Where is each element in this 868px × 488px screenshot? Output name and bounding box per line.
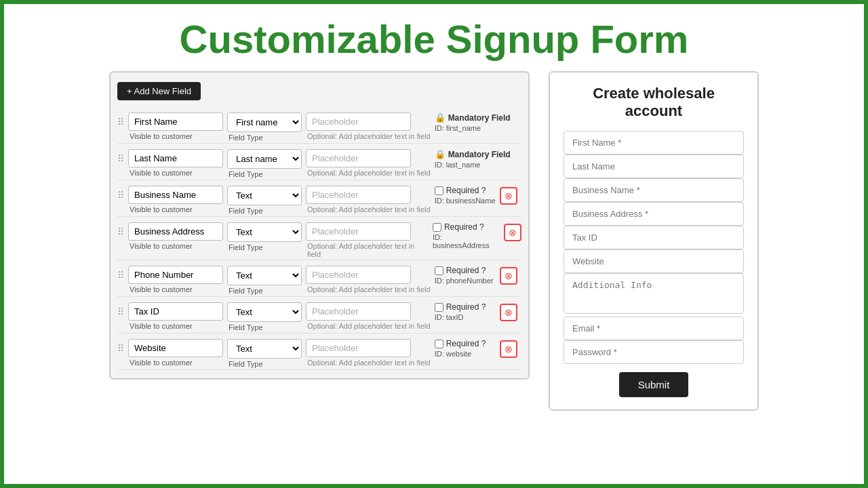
- field-name-input[interactable]: [128, 149, 223, 167]
- field-type-select[interactable]: Text: [227, 339, 302, 359]
- delete-field-button[interactable]: ⊗: [500, 340, 517, 358]
- field-name-input[interactable]: [128, 186, 223, 204]
- field-name-col: Visible to customer: [128, 222, 223, 250]
- delete-field-button[interactable]: ⊗: [504, 224, 521, 241]
- drag-handle-icon[interactable]: ⠿: [117, 113, 124, 127]
- placeholder-col: Optional: Add placeholder text in field: [306, 222, 429, 258]
- field-type-select[interactable]: Text: [227, 222, 302, 242]
- delete-field-button[interactable]: ⊗: [500, 267, 517, 285]
- field-type-label: Field Type: [229, 134, 302, 142]
- field-row: ⠿Visible to customerLast nameField TypeO…: [117, 145, 521, 180]
- required-col: Required ?ID: businessName: [435, 186, 496, 205]
- field-name-input[interactable]: [128, 339, 223, 357]
- field-type-label: Field Type: [229, 243, 302, 251]
- required-checkbox[interactable]: [435, 340, 443, 348]
- required-label: Required ?: [446, 186, 486, 195]
- required-row: Required ?: [435, 186, 486, 195]
- visible-label: Visible to customer: [130, 205, 223, 214]
- visible-label: Visible to customer: [130, 322, 223, 330]
- preview-textarea-additional-info[interactable]: [564, 273, 744, 314]
- field-type-select[interactable]: Text: [227, 186, 302, 205]
- field-id-label: ID: businessAddress: [433, 233, 500, 249]
- field-row: ⠿Visible to customerTextField TypeOption…: [117, 335, 521, 370]
- placeholder-input[interactable]: [306, 186, 411, 204]
- drag-handle-icon[interactable]: ⠿: [117, 222, 124, 237]
- placeholder-input[interactable]: [306, 339, 411, 357]
- placeholder-col: Optional: Add placeholder text in field: [306, 186, 431, 214]
- mandatory-col: 🔒Mandatory FieldID: first_name: [435, 113, 511, 132]
- form-builder-panel: + Add New Field ⠿Visible to customerFirs…: [109, 71, 530, 380]
- field-name-col: Visible to customer: [128, 149, 223, 177]
- field-type-select[interactable]: Text: [227, 302, 302, 322]
- field-id-label: ID: website: [435, 350, 471, 358]
- drag-handle-icon[interactable]: ⠿: [117, 302, 124, 317]
- page-title: Customizable Signup Form: [4, 4, 864, 71]
- drag-handle-icon[interactable]: ⠿: [117, 339, 124, 354]
- field-name-col: Visible to customer: [128, 113, 223, 140]
- mandatory-badge: 🔒Mandatory Field: [435, 113, 511, 123]
- submit-button[interactable]: Submit: [619, 372, 689, 397]
- field-type-col: TextField Type: [227, 222, 302, 251]
- required-checkbox[interactable]: [435, 186, 443, 195]
- preview-input-first-name-[interactable]: [564, 131, 744, 155]
- preview-input-website[interactable]: [564, 249, 744, 273]
- field-type-col: Last nameField Type: [227, 149, 302, 178]
- drag-handle-icon[interactable]: ⠿: [117, 186, 124, 201]
- page: Customizable Signup Form + Add New Field…: [4, 4, 864, 484]
- optional-note: Optional: Add placeholder text in field: [307, 322, 431, 330]
- required-col: Required ?ID: website: [435, 339, 496, 358]
- field-type-select[interactable]: Text: [227, 266, 302, 285]
- field-type-select[interactable]: Last name: [227, 149, 302, 169]
- fields-list: ⠿Visible to customerFirst nameField Type…: [117, 108, 521, 370]
- mandatory-badge: 🔒Mandatory Field: [435, 149, 511, 159]
- placeholder-col: Optional: Add placeholder text in field: [306, 266, 431, 293]
- drag-handle-icon[interactable]: ⠿: [117, 266, 124, 281]
- field-id-label: ID: taxID: [435, 313, 464, 321]
- field-row: ⠿Visible to customerTextField TypeOption…: [117, 182, 521, 217]
- preview-input-business-address-[interactable]: [564, 202, 744, 226]
- field-name-col: Visible to customer: [128, 266, 223, 293]
- field-row: ⠿Visible to customerFirst nameField Type…: [117, 108, 521, 144]
- required-row: Required ?: [433, 222, 484, 232]
- field-row: ⠿Visible to customerTextField TypeOption…: [117, 262, 521, 297]
- field-type-label: Field Type: [229, 287, 302, 295]
- preview-input-last-name[interactable]: [564, 155, 744, 178]
- field-id-label: ID: phoneNumber: [435, 277, 494, 285]
- field-type-select[interactable]: First name: [227, 113, 302, 132]
- preview-input-tax-id[interactable]: [564, 226, 744, 249]
- field-type-col: TextField Type: [227, 339, 302, 368]
- required-label: Required ?: [446, 302, 486, 312]
- preview-input-password-[interactable]: [564, 340, 744, 364]
- field-id-label: ID: first_name: [435, 124, 481, 132]
- optional-note: Optional: Add placeholder text in field: [307, 359, 431, 367]
- lock-icon: 🔒: [435, 149, 446, 159]
- field-row: ⠿Visible to customerTextField TypeOption…: [117, 298, 521, 333]
- placeholder-input[interactable]: [306, 266, 411, 284]
- required-row: Required ?: [435, 339, 486, 348]
- placeholder-input[interactable]: [306, 222, 411, 241]
- preview-input-email-[interactable]: [564, 317, 744, 340]
- visible-label: Visible to customer: [130, 169, 223, 177]
- field-name-col: Visible to customer: [128, 339, 223, 367]
- required-checkbox[interactable]: [435, 266, 443, 275]
- required-col: Required ?ID: businessAddress: [433, 222, 500, 249]
- field-name-input[interactable]: [128, 113, 223, 131]
- delete-field-button[interactable]: ⊗: [500, 187, 517, 205]
- preview-input-business-name-[interactable]: [564, 178, 744, 202]
- placeholder-col: Optional: Add placeholder text in field: [306, 149, 431, 177]
- delete-field-button[interactable]: ⊗: [500, 304, 517, 321]
- field-name-input[interactable]: [128, 222, 223, 241]
- drag-handle-icon[interactable]: ⠿: [117, 149, 124, 164]
- visible-label: Visible to customer: [130, 285, 223, 293]
- required-checkbox[interactable]: [435, 303, 443, 312]
- add-new-field-button[interactable]: + Add New Field: [117, 82, 201, 100]
- visible-label: Visible to customer: [130, 132, 223, 140]
- placeholder-input[interactable]: [306, 113, 411, 131]
- optional-note: Optional: Add placeholder text in field: [307, 169, 431, 177]
- field-name-col: Visible to customer: [128, 302, 223, 330]
- required-checkbox[interactable]: [433, 223, 441, 232]
- field-name-input[interactable]: [128, 266, 223, 284]
- field-name-input[interactable]: [128, 302, 223, 321]
- placeholder-input[interactable]: [306, 302, 411, 321]
- placeholder-input[interactable]: [306, 149, 411, 167]
